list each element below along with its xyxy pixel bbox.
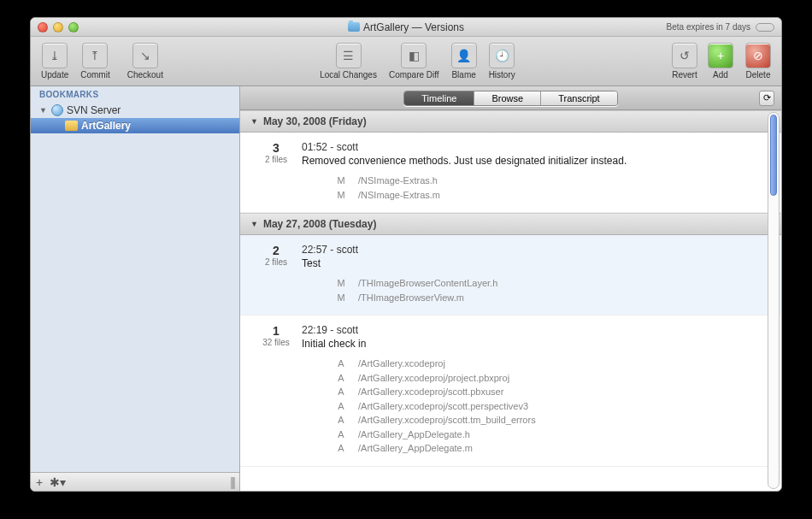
history-button[interactable]: 🕘History [489, 43, 515, 80]
file-row: A/ArtGallery_AppDelegate.m [302, 441, 771, 456]
commit-icon: ⤒ [82, 43, 108, 68]
file-row: A/ArtGallery.xcodeproj/project.pbxproj [302, 371, 771, 386]
file-row: A/ArtGallery_AppDelegate.h [302, 428, 771, 442]
minimize-icon[interactable] [53, 22, 63, 32]
file-row: M/NSImage-Extras.h [302, 174, 771, 188]
commit-meta: 22:57 - scott [302, 244, 771, 256]
file-count: 2 files [250, 257, 302, 267]
file-count: 32 files [250, 338, 302, 347]
window-controls [38, 22, 79, 32]
commit-summary: 3 2 files [250, 141, 302, 202]
revision-number: 2 [250, 244, 302, 257]
file-row: A/ArtGallery.xcodeproj [302, 357, 771, 371]
commit-meta: 22:19 - scott [302, 324, 771, 336]
tab-browse[interactable]: Browse [474, 91, 541, 105]
file-count: 2 files [250, 155, 302, 164]
file-row: M/THImageBrowserContentLayer.h [302, 276, 771, 291]
disclosure-triangle-icon[interactable]: ▼ [39, 106, 48, 115]
commit-message: Test [302, 257, 771, 269]
delete-icon: ⊘ [745, 43, 771, 68]
tab-transcript[interactable]: Transcript [541, 91, 617, 105]
local-changes-icon: ☰ [336, 43, 362, 68]
sidebar-item-label: SVN Server [67, 104, 121, 116]
timeline-list[interactable]: ▼ May 30, 2008 (Friday) 3 2 files 01:52 … [240, 110, 781, 491]
date-label: May 30, 2008 (Friday) [263, 115, 367, 127]
checkout-button[interactable]: ↘Checkout [127, 43, 163, 80]
delete-button[interactable]: ⊘Delete [745, 43, 771, 80]
file-row: M/THImageBrowserView.m [302, 291, 771, 305]
server-icon [51, 104, 63, 116]
body: BOOKMARKS ▼ SVN Server ArtGallery + ✱▾ |… [31, 86, 781, 491]
file-row: A/ArtGallery.xcodeproj/scott.perspective… [302, 399, 771, 414]
disclosure-triangle-icon: ▼ [250, 117, 258, 126]
sidebar-item-repo[interactable]: ArtGallery [31, 118, 239, 133]
tab-timeline[interactable]: Timeline [404, 91, 474, 105]
tabbar: Timeline Browse Transcript ⟳ [240, 86, 781, 110]
toolbar: ⤓Update ⤒Commit ↘Checkout ☰Local Changes… [31, 37, 781, 86]
zoom-icon[interactable] [68, 22, 79, 32]
commit-summary: 2 2 files [250, 244, 302, 304]
sidebar-header: BOOKMARKS [31, 86, 239, 103]
commit-message: Initial check in [302, 338, 771, 350]
commit-message: Removed convenience methods. Just use de… [302, 155, 771, 167]
add-bookmark-button[interactable]: + [36, 475, 43, 489]
revision-number: 3 [250, 141, 302, 155]
commit-summary: 1 32 files [250, 324, 302, 456]
commit-row[interactable]: 2 2 files 22:57 - scott Test M/THImageBr… [240, 235, 781, 316]
checkout-icon: ↘ [132, 43, 158, 68]
scrollbar-thumb[interactable] [770, 115, 777, 196]
commit-button[interactable]: ⤒Commit [80, 43, 109, 80]
add-icon: + [708, 43, 733, 68]
blame-icon: 👤 [451, 43, 477, 68]
beta-text: Beta expires in 7 days [667, 22, 750, 32]
sidebar-item-server[interactable]: ▼ SVN Server [31, 103, 239, 118]
commit-row[interactable]: 1 32 files 22:19 - scott Initial check i… [240, 316, 781, 467]
compare-diff-icon: ◧ [401, 43, 427, 68]
resize-grip-icon[interactable]: ||| [230, 475, 234, 489]
sidebar-footer: + ✱▾ ||| [31, 472, 239, 491]
close-icon[interactable] [38, 22, 48, 32]
file-row: A/ArtGallery.xcodeproj/scott.tm_build_er… [302, 413, 771, 428]
action-menu-button[interactable]: ✱▾ [50, 475, 66, 489]
date-header[interactable]: ▼ May 27, 2008 (Tuesday) [240, 213, 781, 235]
folder-icon [348, 22, 360, 32]
compare-diff-button[interactable]: ◧Compare Diff [389, 43, 439, 80]
beta-status: Beta expires in 7 days [667, 22, 774, 32]
window-title-text: ArtGallery — Versions [363, 21, 464, 33]
update-icon: ⤓ [42, 43, 68, 68]
scrollbar[interactable] [768, 112, 780, 489]
revert-icon: ↺ [672, 43, 697, 68]
view-segment: Timeline Browse Transcript [403, 91, 617, 106]
revert-button[interactable]: ↺Revert [672, 43, 697, 80]
titlebar: ArtGallery — Versions Beta expires in 7 … [31, 18, 781, 37]
commit-meta: 01:52 - scott [302, 141, 771, 153]
sidebar-item-label: ArtGallery [81, 120, 131, 132]
folder-icon [65, 121, 78, 131]
file-row: A/ArtGallery.xcodeproj/scott.pbxuser [302, 385, 771, 399]
revision-number: 1 [250, 324, 302, 338]
app-window: ArtGallery — Versions Beta expires in 7 … [30, 17, 782, 492]
history-icon: 🕘 [489, 43, 515, 68]
sidebar: BOOKMARKS ▼ SVN Server ArtGallery + ✱▾ |… [31, 86, 240, 491]
date-label: May 27, 2008 (Tuesday) [263, 218, 377, 230]
main: Timeline Browse Transcript ⟳ ▼ May 30, 2… [240, 86, 781, 491]
date-header[interactable]: ▼ May 30, 2008 (Friday) [240, 110, 781, 133]
update-button[interactable]: ⤓Update [41, 43, 68, 80]
blame-button[interactable]: 👤Blame [451, 43, 477, 80]
add-button[interactable]: +Add [708, 43, 733, 80]
disclosure-triangle-icon: ▼ [250, 220, 258, 228]
commit-row[interactable]: 3 2 files 01:52 - scott Removed convenie… [240, 133, 781, 213]
refresh-button[interactable]: ⟳ [759, 91, 774, 106]
file-row: M/NSImage-Extras.m [302, 188, 771, 203]
local-changes-button[interactable]: ☰Local Changes [320, 43, 377, 80]
pill-icon [756, 23, 774, 32]
